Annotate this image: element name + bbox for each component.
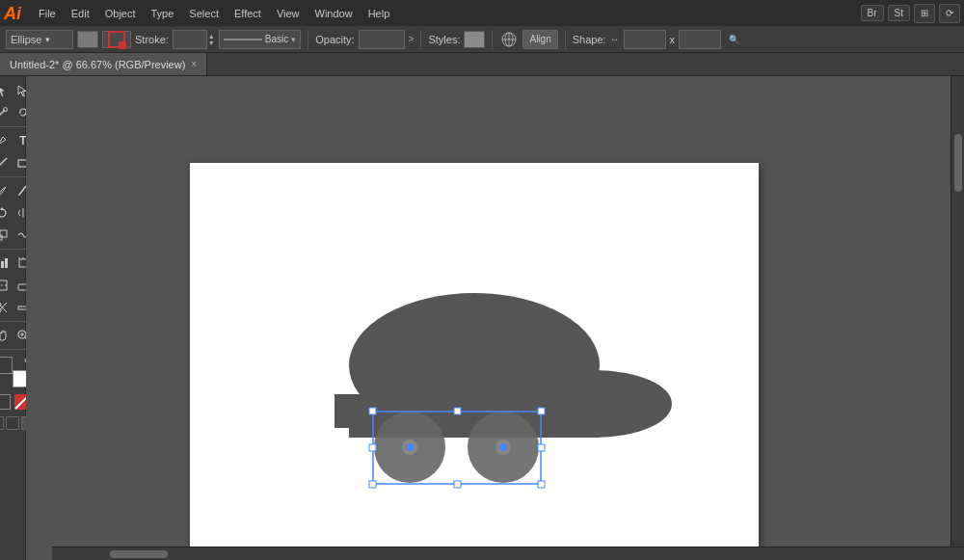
menu-right: Br St ⊞ ⟳ — [861, 4, 960, 23]
svg-line-7 — [0, 158, 7, 168]
align-button[interactable]: Align — [522, 30, 557, 49]
svg-rect-48 — [538, 444, 545, 451]
fill-swatch[interactable] — [77, 31, 98, 48]
svg-point-5 — [4, 108, 8, 112]
styles-label: Styles: — [428, 34, 460, 45]
svg-line-9 — [19, 186, 26, 195]
svg-rect-50 — [454, 481, 461, 488]
svg-rect-51 — [538, 481, 545, 488]
svg-point-53 — [499, 443, 507, 451]
magic-wand-tool[interactable] — [0, 102, 13, 123]
svg-rect-16 — [1, 261, 4, 268]
menu-view[interactable]: View — [269, 5, 308, 22]
shape-dropdown[interactable]: Ellipse — [6, 30, 73, 49]
svg-rect-14 — [0, 230, 7, 237]
shape-control-label: Shape: — [573, 34, 606, 45]
search-icon[interactable]: 🔍 — [729, 35, 739, 44]
horizontal-scrollbar[interactable] — [52, 547, 964, 560]
globe-icon[interactable] — [499, 30, 519, 49]
x-separator: x — [670, 34, 676, 45]
divider-4 — [565, 30, 566, 49]
main-area: T — [0, 76, 964, 560]
app-logo: Ai — [4, 5, 21, 22]
vertical-scrollbar[interactable] — [951, 76, 964, 547]
menu-select[interactable]: Select — [181, 5, 227, 22]
left-toolbar: T — [0, 76, 26, 560]
tab-bar: Untitled-2* @ 66.67% (RGB/Preview) × — [0, 53, 964, 76]
sync-icon[interactable]: ⟳ — [939, 4, 960, 23]
opacity-input[interactable]: 100% — [359, 30, 405, 49]
normal-mode-btn[interactable] — [0, 416, 4, 430]
active-tab[interactable]: Untitled-2* @ 66.67% (RGB/Preview) × — [0, 53, 207, 75]
pen-tool[interactable] — [0, 130, 13, 151]
stroke-icon[interactable] — [102, 31, 131, 48]
svg-marker-11 — [0, 207, 4, 210]
menu-file[interactable]: File — [31, 5, 64, 22]
svg-rect-44 — [369, 408, 376, 414]
line-tool[interactable] — [0, 152, 13, 173]
width-arrows: ↔ — [610, 34, 620, 44]
svg-line-10 — [18, 195, 19, 196]
options-bar: Ellipse Stroke: ▲ ▼ Basic ▾ Opacity: 100… — [0, 26, 964, 53]
menu-effect[interactable]: Effect — [227, 5, 269, 22]
artwork-svg — [190, 163, 759, 558]
select-tool[interactable] — [0, 80, 13, 101]
stroke-label: Stroke: — [135, 34, 169, 45]
menu-type[interactable]: Type — [144, 5, 182, 22]
svg-point-52 — [406, 443, 414, 451]
opacity-arrow[interactable]: > — [409, 34, 415, 44]
foreground-color-swatch[interactable] — [0, 357, 13, 374]
stroke-dropdown[interactable]: Basic ▾ — [219, 30, 301, 49]
slice-tool[interactable] — [0, 275, 13, 296]
paintbrush-tool[interactable] — [0, 180, 13, 201]
stroke-width-input[interactable] — [173, 30, 207, 49]
menu-bar: Ai File Edit Object Type Select Effect V… — [0, 0, 964, 26]
rotate-tool[interactable] — [0, 202, 13, 224]
bridge-button[interactable]: Br — [861, 5, 884, 21]
menu-object[interactable]: Object — [97, 5, 144, 22]
menu-edit[interactable]: Edit — [64, 5, 97, 22]
svg-rect-17 — [5, 258, 8, 268]
stroke-indicator[interactable] — [0, 394, 11, 410]
svg-rect-45 — [454, 408, 461, 414]
scissors-tool[interactable] — [0, 297, 13, 318]
scale-tool[interactable] — [0, 225, 13, 246]
svg-rect-49 — [369, 481, 376, 488]
hand-tool[interactable] — [0, 325, 13, 346]
styles-swatch[interactable] — [464, 31, 485, 48]
divider-3 — [492, 30, 493, 49]
divider-2 — [420, 30, 421, 49]
tab-title: Untitled-2* @ 66.67% (RGB/Preview) — [10, 59, 185, 70]
menu-help[interactable]: Help — [361, 5, 398, 22]
svg-rect-46 — [538, 408, 545, 414]
opacity-label: Opacity: — [315, 34, 354, 45]
full-screen-mode-btn[interactable] — [6, 416, 18, 430]
workspace-icon[interactable]: ⊞ — [914, 4, 935, 23]
svg-line-6 — [3, 137, 6, 140]
height-input[interactable]: 81 px — [679, 30, 721, 49]
menu-window[interactable]: Window — [308, 5, 361, 22]
graph-tool[interactable] — [0, 253, 13, 274]
width-input[interactable]: 81 px — [624, 30, 666, 49]
stock-button[interactable]: St — [888, 5, 910, 21]
artboard — [190, 163, 759, 558]
divider-1 — [308, 30, 308, 49]
tab-close-icon[interactable]: × — [191, 59, 197, 69]
svg-rect-47 — [369, 444, 376, 451]
canvas-area[interactable] — [26, 76, 964, 560]
